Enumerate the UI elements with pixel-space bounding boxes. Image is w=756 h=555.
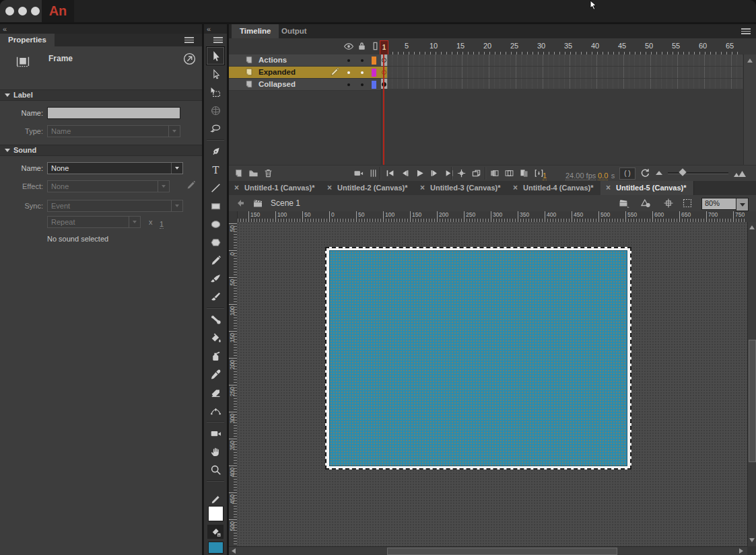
rectangle-tool[interactable] — [207, 197, 224, 215]
sound-section-header[interactable]: Sound — [0, 145, 202, 156]
zoom-dropdown-button[interactable] — [736, 198, 749, 211]
horizontal-scrollbar[interactable] — [229, 546, 747, 555]
outline-all-layers-icon[interactable] — [370, 41, 380, 54]
back-arrow-icon[interactable] — [234, 198, 246, 209]
close-window-button[interactable] — [5, 7, 14, 15]
sound-repeat-dropdown[interactable]: Repeat — [47, 216, 141, 228]
rotation-3d-tool[interactable] — [207, 102, 224, 119]
layer-visibility-dot[interactable] — [347, 59, 350, 62]
new-folder-button[interactable] — [248, 168, 259, 179]
layer-outline-color-swatch[interactable] — [372, 81, 376, 89]
zoom-in-frames-icon[interactable] — [733, 168, 747, 180]
horizontal-scroll-thumb[interactable] — [387, 548, 617, 555]
document-tab-3[interactable]: ×Untitled-3 (Canvas)* — [415, 181, 508, 195]
paren-brackets-button[interactable]: ( ) — [619, 168, 635, 180]
scroll-down-icon[interactable] — [749, 538, 755, 542]
camera-button[interactable] — [353, 168, 364, 179]
zoom-value-field[interactable]: 80% — [701, 198, 739, 210]
bone-tool[interactable] — [207, 311, 224, 328]
document-tab-2[interactable]: ×Untitled-2 (Canvas)* — [322, 181, 415, 195]
zoom-out-frames-icon[interactable] — [656, 171, 662, 175]
canvas-pasteboard[interactable] — [237, 222, 747, 546]
panel-menu-icon[interactable] — [184, 37, 194, 43]
width-tool[interactable] — [207, 402, 224, 419]
subselection-tool[interactable] — [207, 65, 224, 83]
layer-lock-dot[interactable] — [361, 83, 364, 86]
quick-share-icon[interactable] — [183, 52, 196, 65]
layer-row-expanded[interactable]: Expanded — [229, 67, 381, 79]
frame-size-slider[interactable] — [668, 172, 728, 174]
repeat-count-value[interactable]: 1 — [160, 217, 164, 229]
playhead[interactable]: 1 — [380, 40, 388, 55]
vertical-scroll-thumb[interactable] — [749, 340, 756, 462]
layer-lock-dot[interactable] — [361, 59, 364, 62]
center-frame-button[interactable] — [456, 168, 467, 179]
layer-lock-dot[interactable] — [361, 71, 364, 74]
paint-brush-tool[interactable] — [207, 270, 224, 287]
playhead-line[interactable] — [383, 54, 384, 168]
center-stage-icon[interactable] — [662, 198, 675, 209]
layer-visibility-dot[interactable] — [347, 71, 350, 74]
close-icon[interactable]: × — [513, 181, 520, 195]
layer-frames-row[interactable] — [381, 54, 743, 67]
step-forward-button[interactable] — [429, 168, 440, 179]
go-first-button[interactable] — [384, 168, 396, 179]
fill-color-swatch[interactable] — [208, 542, 224, 554]
zoom-tool[interactable] — [207, 461, 224, 478]
polystar-tool[interactable] — [207, 233, 224, 251]
close-icon[interactable]: × — [606, 181, 613, 195]
lasso-tool[interactable] — [207, 120, 224, 137]
close-icon[interactable]: × — [234, 181, 241, 195]
document-tab-4[interactable]: ×Untitled-4 (Canvas)* — [508, 181, 601, 195]
label-name-input[interactable] — [47, 107, 180, 119]
scene-name-label[interactable]: Scene 1 — [271, 198, 300, 208]
layer-frames-row[interactable] — [381, 67, 743, 79]
tab-timeline[interactable]: Timeline — [232, 24, 279, 38]
pen-tool[interactable] — [207, 143, 224, 160]
delete-layer-button[interactable] — [263, 168, 274, 179]
onion-skin-button[interactable] — [489, 168, 500, 179]
minimize-window-button[interactable] — [18, 7, 27, 15]
keyframe-cell-selected[interactable] — [381, 67, 388, 78]
hand-tool[interactable] — [207, 443, 224, 460]
collapse-panel-icon[interactable]: « — [3, 25, 6, 33]
label-type-dropdown[interactable]: Name — [47, 125, 180, 137]
stroke-color-swatch[interactable] — [208, 506, 224, 521]
document-tab-1[interactable]: ×Untitled-1 (Canvas)* — [229, 181, 322, 195]
edit-symbols-icon[interactable] — [640, 198, 652, 209]
stage-fill-rectangle[interactable] — [329, 250, 627, 466]
scroll-up-icon[interactable] — [749, 225, 755, 229]
vertical-scrollbar[interactable] — [747, 222, 756, 546]
panel-menu-icon[interactable] — [741, 28, 751, 34]
play-button[interactable] — [414, 168, 425, 179]
eraser-tool[interactable] — [207, 383, 224, 401]
scroll-left-icon[interactable] — [232, 548, 236, 554]
text-tool[interactable]: T — [207, 161, 224, 178]
classic-brush-tool[interactable] — [207, 288, 224, 305]
layer-outline-color-swatch[interactable] — [372, 57, 376, 65]
edit-sound-pencil-icon[interactable] — [186, 180, 196, 193]
step-back-button[interactable] — [399, 168, 411, 179]
sound-effect-dropdown[interactable]: None — [47, 180, 170, 192]
camera-tool[interactable] — [207, 424, 224, 442]
edit-scene-icon[interactable] — [618, 198, 630, 209]
eyedropper-tool[interactable] — [207, 365, 224, 383]
current-frame-value[interactable]: 1 — [543, 169, 547, 181]
loop-reset-icon[interactable] — [640, 168, 650, 181]
frame-rate-value[interactable]: 24.00 fps — [565, 169, 596, 181]
layer-outline-color-swatch[interactable] — [372, 69, 376, 77]
layer-row-collapsed[interactable]: Collapsed — [229, 79, 381, 91]
show-hide-all-layers-icon[interactable] — [343, 41, 354, 54]
paint-bucket-tool[interactable] — [207, 329, 224, 346]
loop-range-button[interactable] — [471, 168, 482, 179]
go-last-button[interactable] — [444, 168, 455, 179]
slider-thumb[interactable] — [679, 168, 686, 176]
elapsed-time-value[interactable]: 0.0 s — [598, 169, 615, 181]
stage[interactable] — [325, 247, 631, 470]
lock-all-layers-icon[interactable] — [357, 41, 367, 54]
oval-tool[interactable] — [207, 215, 224, 233]
panel-menu-icon[interactable] — [213, 37, 223, 43]
selection-tool[interactable] — [207, 47, 224, 65]
free-transform-tool[interactable] — [207, 83, 224, 101]
document-tab-5[interactable]: ×Untitled-5 (Canvas)* — [600, 181, 694, 195]
